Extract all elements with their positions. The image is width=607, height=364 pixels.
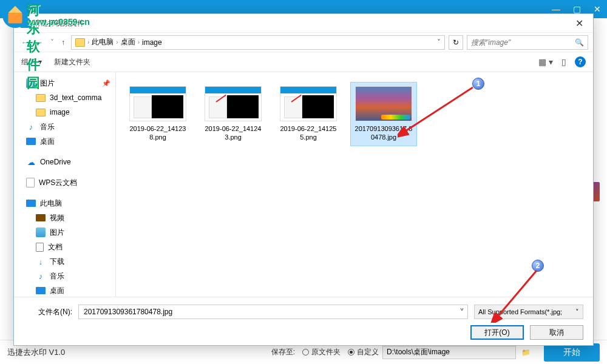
sidebar-item[interactable]: WPS云文档 <box>14 175 115 190</box>
help-icon[interactable]: ? <box>575 56 586 67</box>
file-name-label: 2019-06-22_141243.png <box>203 124 263 142</box>
maximize-icon[interactable]: ▢ <box>572 4 582 14</box>
sidebar-item-label: image <box>50 108 70 116</box>
file-name-label: 2019-06-22_141238.png <box>127 124 188 142</box>
sidebar-item-label: OneDrive <box>40 158 71 166</box>
breadcrumb-bar[interactable]: › 此电脑 › 桌面 › image ˅ <box>71 35 445 50</box>
sidebar-item-label: 图片 <box>50 228 64 238</box>
sidebar-item[interactable]: 图片 <box>14 225 115 240</box>
close-icon[interactable]: ✕ <box>592 4 602 14</box>
preview-pane-icon[interactable]: ▯ <box>561 57 566 67</box>
cancel-button[interactable]: 取消 <box>530 325 583 340</box>
annotation-arrow-2 <box>490 267 541 323</box>
desktop-icon <box>36 287 46 294</box>
file-item[interactable]: 2019-06-22_141243.png <box>200 82 266 146</box>
radio-original[interactable]: 原文件夹 <box>302 347 341 357</box>
sidebar-item-label: 桌面 <box>40 136 55 147</box>
folder-icon <box>36 109 46 116</box>
sidebar-item[interactable]: 视频 <box>14 211 115 225</box>
svg-line-3 <box>497 271 537 318</box>
refresh-button[interactable]: ↻ <box>449 35 463 50</box>
search-icon[interactable]: 🔍 <box>575 38 584 47</box>
sidebar-item[interactable]: 桌面 <box>14 134 115 149</box>
pic-icon <box>36 228 46 237</box>
music-icon: ♪ <box>26 122 36 132</box>
sidebar-item[interactable]: 此电脑 <box>14 196 115 211</box>
save-path-input[interactable] <box>382 346 516 359</box>
dialog-close-icon[interactable]: ✕ <box>572 16 587 30</box>
file-list-area[interactable]: 2019-06-22_141238.png2019-06-22_141243.p… <box>116 72 593 297</box>
dialog-toolbar: 组织 ▾ 新建文件夹 ▦ ▾ ▯ ? <box>14 52 593 72</box>
sidebar-item-label: 文档 <box>48 242 63 252</box>
sidebar-item-label: 3d_text_comma <box>50 93 101 102</box>
nav-up-icon[interactable]: ↑ <box>59 37 67 48</box>
minimize-icon[interactable]: — <box>551 4 561 14</box>
pc-icon <box>26 200 36 207</box>
search-input[interactable] <box>471 38 575 47</box>
new-folder-button[interactable]: 新建文件夹 <box>54 57 90 67</box>
sidebar-item-label: 图片 <box>40 78 55 89</box>
sidebar-item[interactable]: 文档 <box>14 240 115 254</box>
sidebar-item-label: 音乐 <box>40 122 55 132</box>
wps-icon <box>26 178 35 187</box>
dialog-titlebar: 请选择视频文件 ✕ <box>14 14 593 32</box>
sidebar-item[interactable]: ♪音乐 <box>14 120 115 134</box>
doc-icon <box>36 243 44 252</box>
sidebar-item-label: 视频 <box>50 213 64 223</box>
sidebar-item[interactable]: 3d_text_comma <box>14 90 115 105</box>
sidebar-item[interactable]: ↓下载 <box>14 254 115 269</box>
search-box[interactable]: 🔍 <box>467 35 588 50</box>
filename-input[interactable] <box>78 305 468 319</box>
app-title: 迅捷去水印 V1.0 <box>7 347 65 358</box>
music-icon: ♪ <box>36 271 46 281</box>
file-thumbnail <box>205 86 262 121</box>
sidebar-item[interactable]: ♪音乐 <box>14 269 115 283</box>
svg-line-2 <box>404 87 473 132</box>
chevron-down-icon: ˅ <box>575 308 579 316</box>
radio-custom[interactable]: 自定义 <box>348 347 379 357</box>
dialog-nav-bar: ← → ˅ ↑ › 此电脑 › 桌面 › image ˅ ↻ 🔍 <box>14 32 593 52</box>
breadcrumb-item[interactable]: 此电脑 <box>92 37 114 47</box>
annotation-arrow-1 <box>398 85 476 138</box>
sidebar-item[interactable]: ☁OneDrive <box>14 155 115 169</box>
view-mode-icon[interactable]: ▦ ▾ <box>538 57 553 67</box>
nav-forward-icon: → <box>33 37 46 48</box>
dialog-title: 请选择视频文件 <box>33 18 84 29</box>
breadcrumb-item[interactable]: 桌面 <box>121 37 135 47</box>
folder-icon <box>36 94 46 102</box>
save-to-label: 保存至: <box>271 347 295 357</box>
start-button[interactable]: 开始 <box>544 343 600 362</box>
pin-icon: 📌 <box>102 79 110 87</box>
sidebar-item-label: 桌面 <box>50 286 64 296</box>
pic-icon <box>26 78 36 88</box>
breadcrumb-dropdown-icon[interactable]: ˅ <box>437 38 441 47</box>
nav-arrows: ← → ˅ ↑ <box>19 37 67 48</box>
folder-icon <box>75 38 85 47</box>
file-name-label: 2019-06-22_141255.png <box>278 124 339 142</box>
sidebar-item-label: 下载 <box>50 257 64 267</box>
nav-recent-icon[interactable]: ˅ <box>48 37 56 48</box>
chevron-down-icon: ▾ <box>38 58 42 66</box>
file-item[interactable]: 2019-06-22_141238.png <box>124 82 191 146</box>
open-button[interactable]: 打开(O) <box>470 325 524 340</box>
dialog-app-icon <box>20 18 30 28</box>
desktop-icon <box>26 138 36 145</box>
organize-menu[interactable]: 组织 ▾ <box>21 57 42 67</box>
sidebar-item[interactable]: 图片📌 <box>14 76 115 90</box>
breadcrumb-item[interactable]: image <box>142 38 162 47</box>
filename-label: 文件名(N): <box>24 307 72 317</box>
cloud-icon: ☁ <box>26 157 36 167</box>
file-thumbnail <box>280 86 337 121</box>
filename-dropdown-icon[interactable]: ˅ <box>459 307 464 318</box>
nav-back-icon: ← <box>19 37 31 48</box>
sidebar-nav: 图片📌3d_text_commaimage♪音乐桌面☁OneDriveWPS云文… <box>14 72 116 297</box>
sidebar-item-label: 音乐 <box>50 271 64 281</box>
file-thumbnail <box>129 86 186 121</box>
sidebar-item-label: WPS云文档 <box>39 178 77 188</box>
sidebar-item[interactable]: 桌面 <box>14 283 115 297</box>
sidebar-item[interactable]: image <box>14 105 115 120</box>
browse-folder-button[interactable]: 📁 <box>518 346 533 359</box>
dialog-main: 图片📌3d_text_commaimage♪音乐桌面☁OneDriveWPS云文… <box>14 72 593 297</box>
file-item[interactable]: 2019-06-22_141255.png <box>275 82 342 146</box>
video-icon <box>36 214 46 221</box>
